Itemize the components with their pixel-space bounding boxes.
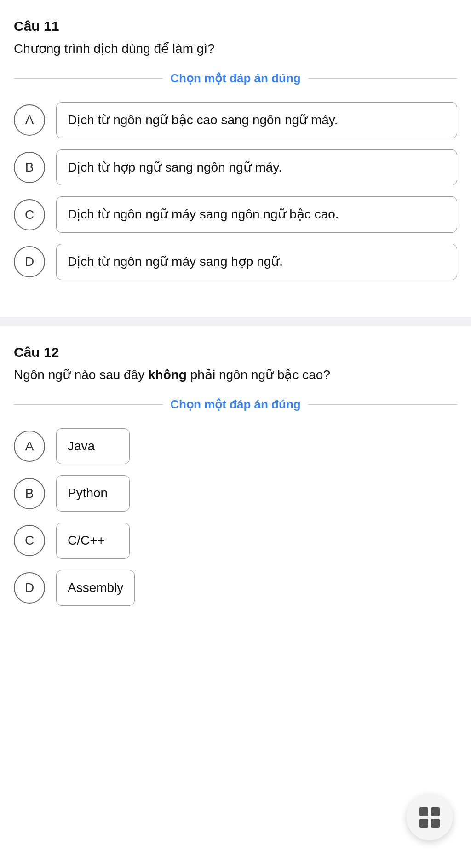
grid-icon	[419, 807, 440, 828]
q12-option-a-circle[interactable]: A	[14, 431, 45, 462]
grid-menu-button[interactable]	[407, 794, 453, 840]
grid-cell-1	[419, 807, 428, 816]
question-12-text: Ngôn ngữ nào sau đây không phải ngôn ngữ…	[14, 366, 457, 384]
q12-option-c-box[interactable]: C/C++	[56, 523, 130, 559]
q12-option-a-box[interactable]: Java	[56, 428, 130, 465]
question-11-option-d-row: D Dịch từ ngôn ngữ máy sang hợp ngữ.	[14, 244, 457, 280]
page-container: Câu 11 Chương trình dịch dùng để làm gì?…	[0, 0, 471, 652]
question-12-text-before: Ngôn ngữ nào sau đây	[14, 368, 148, 382]
question-11-option-b-row: B Dịch từ hợp ngữ sang ngôn ngữ máy.	[14, 149, 457, 186]
question-12-instruction: Chọn một đáp án đúng	[14, 397, 457, 412]
option-b-box[interactable]: Dịch từ hợp ngữ sang ngôn ngữ máy.	[56, 149, 457, 186]
question-12-text-bold: không	[148, 368, 187, 382]
question-12-number: Câu 12	[14, 345, 457, 360]
option-c-box[interactable]: Dịch từ ngôn ngữ máy sang ngôn ngữ bậc c…	[56, 196, 457, 233]
question-11-option-a-row: A Dịch từ ngôn ngữ bậc cao sang ngôn ngữ…	[14, 102, 457, 138]
question-12-option-a-row: A Java	[14, 428, 457, 465]
grid-cell-3	[419, 819, 428, 828]
question-11-option-c-row: C Dịch từ ngôn ngữ máy sang ngôn ngữ bậc…	[14, 196, 457, 233]
question-11-options: A Dịch từ ngôn ngữ bậc cao sang ngôn ngữ…	[14, 102, 457, 280]
question-12-options: A Java B Python C C/C++ D Asse	[14, 428, 457, 606]
question-11-text: Chương trình dịch dùng để làm gì?	[14, 40, 457, 57]
option-d-circle[interactable]: D	[14, 246, 45, 277]
section-separator	[0, 317, 471, 326]
q12-option-d-circle[interactable]: D	[14, 572, 45, 604]
grid-cell-2	[431, 807, 440, 816]
q12-option-b-box[interactable]: Python	[56, 475, 130, 512]
question-12-option-c-row: C C/C++	[14, 523, 457, 559]
q12-option-c-circle[interactable]: C	[14, 525, 45, 556]
question-11-number: Câu 11	[14, 18, 457, 34]
option-a-box[interactable]: Dịch từ ngôn ngữ bậc cao sang ngôn ngữ m…	[56, 102, 457, 138]
option-b-circle[interactable]: B	[14, 152, 45, 183]
question-11-instruction: Chọn một đáp án đúng	[14, 71, 457, 86]
grid-cell-4	[431, 819, 440, 828]
question-12-section: Câu 12 Ngôn ngữ nào sau đây không phải n…	[14, 345, 457, 625]
question-12-option-d-row: D Assembly	[14, 570, 457, 606]
question-11-section: Câu 11 Chương trình dịch dùng để làm gì?…	[14, 18, 457, 299]
question-12-option-b-row: B Python	[14, 475, 457, 512]
option-c-circle[interactable]: C	[14, 199, 45, 230]
option-d-box[interactable]: Dịch từ ngôn ngữ máy sang hợp ngữ.	[56, 244, 457, 280]
q12-option-d-box[interactable]: Assembly	[56, 570, 135, 606]
question-12-text-after: phải ngôn ngữ bậc cao?	[187, 368, 330, 382]
q12-option-b-circle[interactable]: B	[14, 478, 45, 509]
option-a-circle[interactable]: A	[14, 104, 45, 136]
